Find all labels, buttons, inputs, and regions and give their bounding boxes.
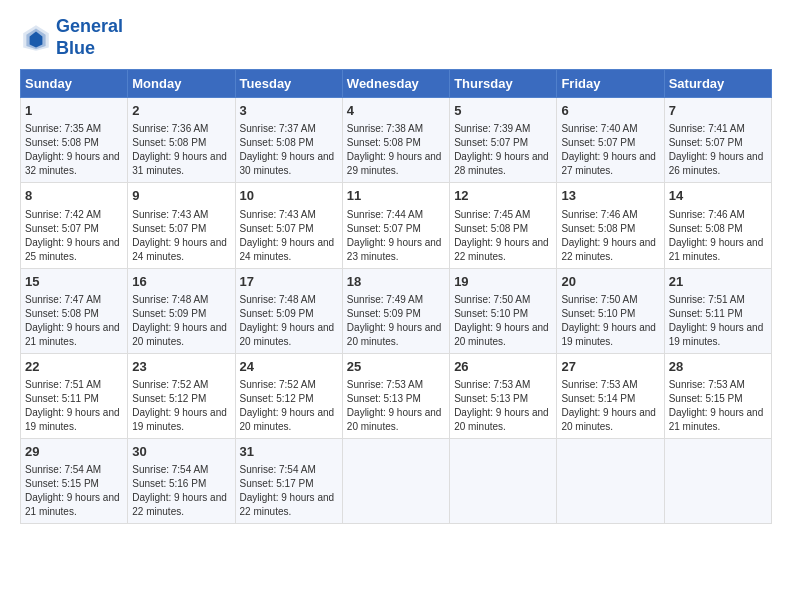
sunset-label: Sunset: 5:07 PM: [25, 223, 99, 234]
column-header-friday: Friday: [557, 70, 664, 98]
calendar-cell: [342, 438, 449, 523]
calendar-cell: 29Sunrise: 7:54 AMSunset: 5:15 PMDayligh…: [21, 438, 128, 523]
day-number: 21: [669, 273, 767, 291]
daylight-label: Daylight: 9 hours and 19 minutes.: [561, 322, 656, 347]
sunrise-label: Sunrise: 7:51 AM: [669, 294, 745, 305]
daylight-label: Daylight: 9 hours and 24 minutes.: [132, 237, 227, 262]
day-number: 1: [25, 102, 123, 120]
sunset-label: Sunset: 5:08 PM: [561, 223, 635, 234]
sunset-label: Sunset: 5:12 PM: [132, 393, 206, 404]
day-number: 30: [132, 443, 230, 461]
calendar-cell: 3Sunrise: 7:37 AMSunset: 5:08 PMDaylight…: [235, 98, 342, 183]
sunrise-label: Sunrise: 7:48 AM: [240, 294, 316, 305]
calendar-cell: 10Sunrise: 7:43 AMSunset: 5:07 PMDayligh…: [235, 183, 342, 268]
day-number: 4: [347, 102, 445, 120]
sunrise-label: Sunrise: 7:45 AM: [454, 209, 530, 220]
calendar-cell: 9Sunrise: 7:43 AMSunset: 5:07 PMDaylight…: [128, 183, 235, 268]
day-number: 29: [25, 443, 123, 461]
sunset-label: Sunset: 5:13 PM: [347, 393, 421, 404]
sunrise-label: Sunrise: 7:43 AM: [132, 209, 208, 220]
calendar-cell: 22Sunrise: 7:51 AMSunset: 5:11 PMDayligh…: [21, 353, 128, 438]
daylight-label: Daylight: 9 hours and 22 minutes.: [561, 237, 656, 262]
column-header-sunday: Sunday: [21, 70, 128, 98]
sunrise-label: Sunrise: 7:35 AM: [25, 123, 101, 134]
sunrise-label: Sunrise: 7:53 AM: [347, 379, 423, 390]
sunrise-label: Sunrise: 7:52 AM: [240, 379, 316, 390]
sunrise-label: Sunrise: 7:44 AM: [347, 209, 423, 220]
calendar-cell: 23Sunrise: 7:52 AMSunset: 5:12 PMDayligh…: [128, 353, 235, 438]
calendar-cell: 8Sunrise: 7:42 AMSunset: 5:07 PMDaylight…: [21, 183, 128, 268]
sunset-label: Sunset: 5:13 PM: [454, 393, 528, 404]
daylight-label: Daylight: 9 hours and 29 minutes.: [347, 151, 442, 176]
calendar-table: SundayMondayTuesdayWednesdayThursdayFrid…: [20, 69, 772, 524]
day-number: 17: [240, 273, 338, 291]
sunset-label: Sunset: 5:08 PM: [347, 137, 421, 148]
daylight-label: Daylight: 9 hours and 20 minutes.: [454, 322, 549, 347]
day-number: 6: [561, 102, 659, 120]
day-number: 9: [132, 187, 230, 205]
calendar-cell: 30Sunrise: 7:54 AMSunset: 5:16 PMDayligh…: [128, 438, 235, 523]
daylight-label: Daylight: 9 hours and 19 minutes.: [132, 407, 227, 432]
calendar-cell: [557, 438, 664, 523]
sunrise-label: Sunrise: 7:48 AM: [132, 294, 208, 305]
daylight-label: Daylight: 9 hours and 22 minutes.: [132, 492, 227, 517]
daylight-label: Daylight: 9 hours and 28 minutes.: [454, 151, 549, 176]
day-number: 20: [561, 273, 659, 291]
daylight-label: Daylight: 9 hours and 21 minutes.: [25, 322, 120, 347]
daylight-label: Daylight: 9 hours and 21 minutes.: [25, 492, 120, 517]
logo: General Blue: [20, 16, 123, 59]
calendar-row: 1Sunrise: 7:35 AMSunset: 5:08 PMDaylight…: [21, 98, 772, 183]
sunrise-label: Sunrise: 7:53 AM: [561, 379, 637, 390]
sunrise-label: Sunrise: 7:53 AM: [454, 379, 530, 390]
calendar-cell: 28Sunrise: 7:53 AMSunset: 5:15 PMDayligh…: [664, 353, 771, 438]
calendar-cell: 7Sunrise: 7:41 AMSunset: 5:07 PMDaylight…: [664, 98, 771, 183]
sunset-label: Sunset: 5:07 PM: [561, 137, 635, 148]
sunrise-label: Sunrise: 7:41 AM: [669, 123, 745, 134]
calendar-cell: 14Sunrise: 7:46 AMSunset: 5:08 PMDayligh…: [664, 183, 771, 268]
day-number: 23: [132, 358, 230, 376]
sunset-label: Sunset: 5:07 PM: [240, 223, 314, 234]
logo-icon: [20, 22, 52, 54]
sunset-label: Sunset: 5:08 PM: [132, 137, 206, 148]
day-number: 8: [25, 187, 123, 205]
logo-text: General Blue: [56, 16, 123, 59]
column-header-tuesday: Tuesday: [235, 70, 342, 98]
sunset-label: Sunset: 5:08 PM: [240, 137, 314, 148]
day-number: 7: [669, 102, 767, 120]
calendar-row: 8Sunrise: 7:42 AMSunset: 5:07 PMDaylight…: [21, 183, 772, 268]
calendar-cell: 11Sunrise: 7:44 AMSunset: 5:07 PMDayligh…: [342, 183, 449, 268]
day-number: 27: [561, 358, 659, 376]
sunset-label: Sunset: 5:08 PM: [669, 223, 743, 234]
sunrise-label: Sunrise: 7:46 AM: [669, 209, 745, 220]
calendar-cell: 25Sunrise: 7:53 AMSunset: 5:13 PMDayligh…: [342, 353, 449, 438]
sunset-label: Sunset: 5:16 PM: [132, 478, 206, 489]
sunset-label: Sunset: 5:10 PM: [454, 308, 528, 319]
day-number: 26: [454, 358, 552, 376]
daylight-label: Daylight: 9 hours and 23 minutes.: [347, 237, 442, 262]
day-number: 14: [669, 187, 767, 205]
sunset-label: Sunset: 5:08 PM: [25, 137, 99, 148]
day-number: 15: [25, 273, 123, 291]
day-number: 5: [454, 102, 552, 120]
calendar-cell: [664, 438, 771, 523]
daylight-label: Daylight: 9 hours and 20 minutes.: [454, 407, 549, 432]
daylight-label: Daylight: 9 hours and 31 minutes.: [132, 151, 227, 176]
calendar-cell: 6Sunrise: 7:40 AMSunset: 5:07 PMDaylight…: [557, 98, 664, 183]
day-number: 2: [132, 102, 230, 120]
calendar-cell: 17Sunrise: 7:48 AMSunset: 5:09 PMDayligh…: [235, 268, 342, 353]
calendar-cell: 15Sunrise: 7:47 AMSunset: 5:08 PMDayligh…: [21, 268, 128, 353]
calendar-cell: 18Sunrise: 7:49 AMSunset: 5:09 PMDayligh…: [342, 268, 449, 353]
daylight-label: Daylight: 9 hours and 24 minutes.: [240, 237, 335, 262]
sunset-label: Sunset: 5:07 PM: [454, 137, 528, 148]
day-number: 24: [240, 358, 338, 376]
sunrise-label: Sunrise: 7:53 AM: [669, 379, 745, 390]
daylight-label: Daylight: 9 hours and 22 minutes.: [454, 237, 549, 262]
sunset-label: Sunset: 5:11 PM: [669, 308, 743, 319]
calendar-cell: 20Sunrise: 7:50 AMSunset: 5:10 PMDayligh…: [557, 268, 664, 353]
calendar-row: 29Sunrise: 7:54 AMSunset: 5:15 PMDayligh…: [21, 438, 772, 523]
sunrise-label: Sunrise: 7:50 AM: [454, 294, 530, 305]
sunset-label: Sunset: 5:14 PM: [561, 393, 635, 404]
day-number: 16: [132, 273, 230, 291]
day-number: 18: [347, 273, 445, 291]
calendar-cell: 4Sunrise: 7:38 AMSunset: 5:08 PMDaylight…: [342, 98, 449, 183]
